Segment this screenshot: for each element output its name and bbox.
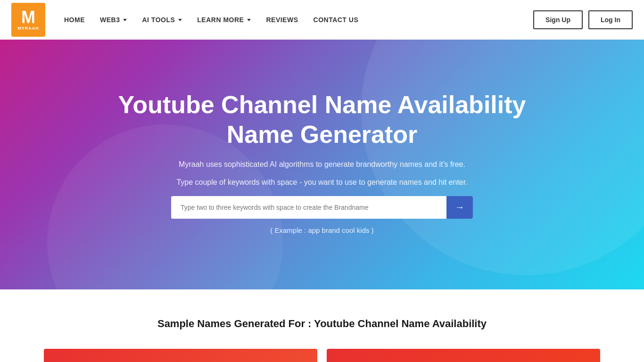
card-inner-2 [327,349,600,362]
logo-wordmark: MYRAAH [17,26,39,31]
nav-link-learn-more[interactable]: LEARN MORE [197,16,251,24]
chevron-down-icon [123,19,127,21]
logo-letter: M [21,9,35,26]
sample-section: Sample Names Generated For : Youtube Cha… [0,289,644,362]
hero-title: Youtube Channel Name Availability Name G… [110,90,534,149]
hero-example-text: ( Example : app brand cool kids ) [270,226,373,234]
nav-link-web3[interactable]: WEB3 [100,16,127,24]
nav-item-reviews[interactable]: REVIEWS [266,16,298,24]
chevron-down-icon [247,19,251,21]
nav-item-learn-more[interactable]: LEARN MORE [197,16,251,24]
nav-link-contact[interactable]: CONTACT US [314,16,359,24]
navbar-right: Sign Up Log In [533,10,633,29]
logo[interactable]: M MYRAAH [11,3,45,37]
cards-row [19,349,625,362]
nav-item-home[interactable]: HOME [64,16,85,24]
nav-link-ai-tools[interactable]: AI TOOLS [142,16,182,24]
sample-title: Sample Names Generated For : Youtube Cha… [19,318,625,330]
signup-button[interactable]: Sign Up [533,10,583,29]
hero-instruction: Type couple of keywords with space - you… [176,178,467,187]
nav-link-home[interactable]: HOME [64,16,85,24]
sample-card-2 [327,349,600,362]
search-button[interactable]: → [446,196,473,219]
arrow-right-icon: → [455,202,464,213]
login-button[interactable]: Log In [588,10,633,29]
hero-subtitle: Myraah uses sophisticated AI algorithms … [179,160,465,169]
nav-item-web3[interactable]: WEB3 [100,16,127,24]
navbar-left: M MYRAAH HOME WEB3 AI TOOLS LE [11,3,358,37]
search-container: → [171,196,473,219]
chevron-down-icon [178,19,182,21]
nav-links: HOME WEB3 AI TOOLS LEARN MORE [64,16,358,24]
nav-item-contact[interactable]: CONTACT US [314,16,359,24]
hero-section: Youtube Channel Name Availability Name G… [0,40,644,289]
navbar: M MYRAAH HOME WEB3 AI TOOLS LE [0,0,644,40]
sample-card-1 [44,349,317,362]
card-inner-1 [44,349,317,362]
search-input[interactable] [171,196,446,219]
nav-item-ai-tools[interactable]: AI TOOLS [142,16,182,24]
nav-link-reviews[interactable]: REVIEWS [266,16,298,24]
